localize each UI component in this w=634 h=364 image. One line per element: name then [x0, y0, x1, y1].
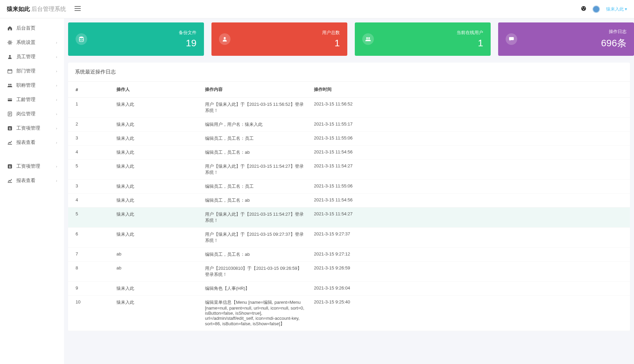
cell-operator: 猿来入此 — [112, 132, 201, 146]
users-icon — [362, 33, 374, 45]
stat-card-3[interactable]: 操作日志696条 — [498, 22, 634, 56]
calendar-icon — [7, 69, 13, 73]
palette-icon[interactable] — [581, 6, 586, 12]
cell-operator: 猿来入此 — [112, 208, 201, 228]
table-row[interactable]: 5猿来入此用户【猿来入此】于【2021-03-15 11:54:27】登录系统！… — [68, 160, 630, 180]
card-value: 1 — [322, 38, 340, 49]
dollar-icon: $ — [7, 164, 13, 169]
chevron-right-icon: › — [56, 98, 57, 102]
cell-index: 10 — [68, 296, 112, 331]
chevron-right-icon: › — [56, 69, 57, 73]
svg-rect-9 — [8, 99, 12, 101]
cell-index: 6 — [68, 228, 112, 248]
stat-cards: 备份文件19用户总数1当前在线用户1操作日志696条 — [68, 22, 634, 56]
sidebar-item-4[interactable]: 职称管理› — [0, 78, 64, 93]
chevron-right-icon: › — [56, 55, 57, 59]
sidebar-item-1[interactable]: 系统设置› — [0, 35, 64, 50]
table-row[interactable]: 6猿来入此用户【猿来入此】于【2021-03-15 09:27:37】登录系统！… — [68, 228, 630, 248]
table-row[interactable]: 5猿来入此用户【猿来入此】于【2021-03-15 11:54:27】登录系统！… — [68, 208, 630, 228]
card-title: 当前在线用户 — [457, 30, 483, 36]
cell-content: 用户【猿来入此】于【2021-03-15 11:54:27】登录系统！ — [201, 208, 310, 228]
cell-operator: 猿来入此 — [112, 118, 201, 132]
menu-toggle-button[interactable] — [75, 6, 81, 12]
card-value: 1 — [457, 38, 483, 49]
cell-operator: 猿来入此 — [112, 282, 201, 296]
svg-text:$: $ — [9, 165, 11, 168]
card-value: 19 — [179, 38, 196, 49]
svg-point-4 — [9, 42, 11, 43]
col-operator: 操作人 — [112, 82, 201, 98]
table-row[interactable]: 3猿来入此编辑员工，员工名：员工2021-3-15 11:55:06 — [68, 132, 630, 146]
svg-point-18 — [366, 37, 368, 39]
chevron-right-icon: › — [56, 112, 57, 116]
stat-card-0[interactable]: 备份文件19 — [68, 22, 204, 56]
svg-point-19 — [368, 37, 370, 39]
sidebar-item-label: 岗位管理 — [16, 111, 35, 117]
col-index: # — [68, 82, 112, 98]
sidebar-item-3[interactable]: 部门管理› — [0, 64, 64, 78]
table-row[interactable]: 7ab编辑员工，员工名：ab2021-3-15 9:27:12 — [68, 248, 630, 262]
header-right: 猿来入此 ▾ — [581, 5, 627, 13]
sidebar-item-label: 部门管理 — [16, 68, 35, 74]
cell-time: 2021-3-15 11:54:27 — [310, 160, 630, 180]
sidebar-item-2[interactable]: 员工管理› — [0, 50, 64, 64]
sidebar-item-label: 后台首页 — [16, 25, 35, 31]
cell-index: 2 — [68, 118, 112, 132]
avatar[interactable] — [592, 5, 600, 13]
gear-icon — [7, 40, 13, 45]
cell-time: 2021-3-15 9:27:37 — [310, 228, 630, 248]
cell-operator: 猿来入此 — [112, 228, 201, 248]
sidebar-item-label: 员工管理 — [16, 54, 35, 60]
user-dropdown[interactable]: 猿来入此 ▾ — [606, 6, 627, 12]
stat-card-2[interactable]: 当前在线用户1 — [355, 22, 491, 56]
sidebar-item-7[interactable]: $工资项管理› — [0, 121, 64, 135]
table-row[interactable]: 4猿来入此编辑员工，员工名：ab2021-3-15 11:54:56 — [68, 146, 630, 160]
cell-content: 用户【猿来入此】于【2021-03-15 11:56:52】登录系统！ — [201, 98, 310, 118]
chevron-right-icon: › — [56, 83, 57, 87]
chevron-right-icon: › — [56, 126, 57, 130]
table-row[interactable]: 4猿来入此编辑员工，员工名：ab2021-3-15 11:54:56 — [68, 194, 630, 208]
table-row[interactable]: 1猿来入此用户【猿来入此】于【2021-03-15 11:56:52】登录系统！… — [68, 98, 630, 118]
sidebar-item-label: 报表查看 — [16, 178, 35, 184]
dollar-icon: $ — [7, 126, 13, 131]
table-header-row: # 操作人 操作内容 操作时间 — [68, 82, 630, 98]
chat-icon — [506, 33, 517, 45]
cell-operator: 猿来入此 — [112, 296, 201, 331]
svg-point-1 — [582, 7, 583, 9]
card-title: 操作日志 — [601, 29, 627, 35]
cell-time: 2021-3-15 9:26:59 — [310, 262, 630, 282]
cell-index: 7 — [68, 248, 112, 262]
sidebar-item-label: 系统设置 — [16, 39, 35, 46]
cell-index: 5 — [68, 208, 112, 228]
sidebar-item-6[interactable]: 岗位管理› — [0, 107, 64, 121]
cell-index: 3 — [68, 132, 112, 146]
cell-index: 4 — [68, 146, 112, 160]
sidebar-item-5[interactable]: 工龄管理› — [0, 93, 64, 107]
cell-index: 8 — [68, 262, 112, 282]
sidebar-item-label: 报表查看 — [16, 139, 35, 146]
card-value: 696条 — [601, 37, 627, 50]
sidebar-item-9[interactable]: $工资项管理› — [0, 159, 64, 173]
table-row[interactable]: 3猿来入此编辑员工，员工名：员工2021-3-15 11:55:06 — [68, 180, 630, 194]
sidebar-item-label: 工龄管理 — [16, 97, 35, 103]
stat-card-1[interactable]: 用户总数1 — [211, 22, 347, 56]
header: 猿来如此后台管理系统 猿来入此 ▾ — [0, 0, 634, 18]
caret-down-icon: ▾ — [625, 6, 627, 12]
cell-index: 4 — [68, 194, 112, 208]
sidebar-item-8[interactable]: 报表查看› — [0, 135, 64, 150]
chevron-right-icon: › — [56, 164, 57, 168]
table-row[interactable]: 9猿来入此编辑角色【人事(HR)】2021-3-15 9:26:04 — [68, 282, 630, 296]
cell-time: 2021-3-15 9:25:40 — [310, 296, 630, 331]
users-icon — [7, 83, 13, 88]
table-row[interactable]: 2猿来入此编辑用户，用户名：猿来入此2021-3-15 11:55:17 — [68, 118, 630, 132]
cell-time: 2021-3-15 11:54:27 — [310, 208, 630, 228]
cell-index: 3 — [68, 180, 112, 194]
table-row[interactable]: 8ab用户【2021030810】于【2021-03-15 09:26:59】登… — [68, 262, 630, 282]
sidebar-item-0[interactable]: 后台首页 — [0, 21, 64, 35]
logo: 猿来如此后台管理系统 — [7, 5, 66, 13]
svg-rect-6 — [8, 70, 12, 73]
table-row[interactable]: 10猿来入此编辑菜单信息【Menu [name=编辑, parent=Menu … — [68, 296, 630, 331]
cell-time: 2021-3-15 11:54:56 — [310, 146, 630, 160]
sidebar-item-10[interactable]: 报表查看› — [0, 173, 64, 188]
svg-point-7 — [8, 84, 10, 85]
